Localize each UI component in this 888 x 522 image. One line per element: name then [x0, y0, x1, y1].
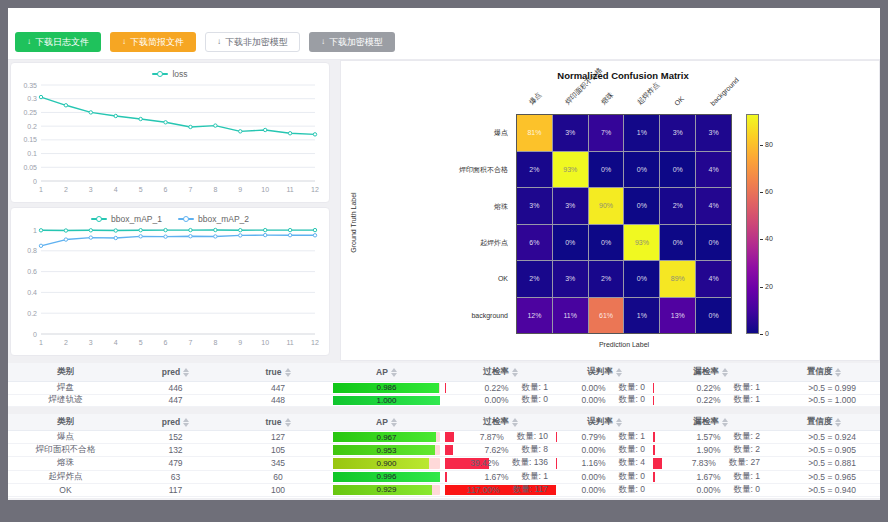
sort-descending-icon[interactable] — [285, 423, 291, 427]
rate-value: 0.00% — [581, 445, 605, 455]
header-label: AP — [376, 417, 388, 427]
colorbar-tick-label: 40 — [765, 235, 773, 242]
bbox_mAP_2-data-point — [214, 235, 217, 238]
sort-ascending-icon[interactable] — [183, 418, 189, 422]
sort-confidence-header[interactable]: 置信度 — [768, 363, 880, 381]
sort-ascending-icon[interactable] — [835, 418, 841, 422]
loss-data-point — [313, 133, 316, 136]
x-tick-label: 9 — [238, 186, 242, 193]
sort-ap-header[interactable]: AP — [328, 414, 445, 430]
x-tick-label: 10 — [261, 186, 269, 193]
sort-ascending-icon[interactable] — [835, 368, 841, 372]
header-label: 置信度 — [807, 366, 833, 378]
sort-ascending-icon[interactable] — [616, 368, 622, 372]
sort-descending-icon[interactable] — [391, 423, 397, 427]
sort-ascending-icon[interactable] — [391, 368, 397, 372]
bbox-map-2-legend-label: bbox_mAP_2 — [198, 214, 249, 224]
x-tick-label: 1 — [39, 186, 43, 193]
rate-value: 1.90% — [696, 445, 720, 455]
sort-ascending-icon[interactable] — [722, 418, 728, 422]
true-cell: 60 — [228, 471, 328, 483]
category-cell: 焊印面积不合格 — [8, 444, 123, 456]
sort-descending-icon[interactable] — [835, 373, 841, 377]
matrix-cell: 2% — [660, 188, 695, 224]
download-unencrypted-model-button[interactable]: ↓ 下载非加密模型 — [205, 32, 300, 52]
sort-over-rate-header[interactable]: 过检率 — [445, 363, 556, 381]
sort-descending-icon[interactable] — [722, 373, 728, 377]
sort-false-rate-header[interactable]: 误判率 — [556, 363, 653, 381]
sort-ascending-icon[interactable] — [285, 418, 291, 422]
sort-ascending-icon[interactable] — [285, 368, 291, 372]
sort-false-rate-header[interactable]: 误判率 — [556, 414, 653, 430]
confidence-cell: >0.5 = 0.999 — [768, 382, 880, 394]
x-tick-label: 4 — [114, 186, 118, 193]
sort-ascending-icon[interactable] — [391, 418, 397, 422]
over-rate-bar — [445, 432, 454, 442]
y-tick-label: 0.4 — [27, 289, 37, 296]
ap-cell: 0.929 — [328, 484, 445, 496]
rate-value: 0.22% — [696, 383, 720, 393]
colorbar-tick-label: 60 — [765, 188, 773, 195]
loss-data-point — [164, 121, 167, 124]
sort-ascending-icon[interactable] — [512, 418, 518, 422]
miss-rate-cell: 7.83%数量: 27 — [653, 457, 768, 469]
sort-descending-icon[interactable] — [616, 373, 622, 377]
sort-over-rate-header[interactable]: 过检率 — [445, 414, 556, 430]
matrix-cell: 4% — [696, 188, 731, 224]
y-tick-label: 0.35 — [23, 82, 37, 89]
sort-ascending-icon[interactable] — [616, 418, 622, 422]
download-brief-button[interactable]: ↓ 下载简报文件 — [110, 32, 196, 52]
sort-descending-icon[interactable] — [722, 423, 728, 427]
loss-chart-svg: 00.050.10.150.20.250.30.3512345678910111… — [11, 79, 327, 195]
header-label: true — [265, 417, 281, 427]
sort-descending-icon[interactable] — [512, 423, 518, 427]
legend-item-bbox-map-1[interactable]: bbox_mAP_1 — [91, 214, 162, 224]
sort-descending-icon[interactable] — [183, 373, 189, 377]
rate-count: 数量: 27 — [729, 457, 760, 469]
sort-ap-header[interactable]: AP — [328, 363, 445, 381]
x-tick-label: 6 — [164, 186, 168, 193]
sort-true-header[interactable]: true — [228, 414, 328, 430]
download-encrypted-model-button[interactable]: ↓ 下载加密模型 — [309, 32, 395, 52]
over-rate-cell: 117.00%数量: 117 — [445, 484, 556, 496]
miss-rate-cell: 0.22%数量: 1 — [653, 382, 768, 394]
bbox_mAP_1-data-point — [39, 229, 42, 232]
sort-pred-header[interactable]: pred — [123, 414, 228, 430]
over-rate-cell: 7.62%数量: 8 — [445, 444, 556, 456]
colorbar-tick-label: 80 — [765, 141, 773, 148]
sort-true-header[interactable]: true — [228, 363, 328, 381]
sort-pred-header[interactable]: pred — [123, 363, 228, 381]
rate-value: 117.00% — [467, 485, 500, 495]
sort-confidence-header[interactable]: 置信度 — [768, 414, 880, 430]
legend-item-bbox-map-2[interactable]: bbox_mAP_2 — [178, 214, 249, 224]
true-cell: 127 — [228, 431, 328, 443]
table-row: OK1171000.929117.00%数量: 1170.00%数量: 00.0… — [8, 484, 880, 497]
sort-miss-rate-header[interactable]: 漏检率 — [653, 363, 768, 381]
matrix-cell: 2% — [589, 261, 624, 297]
sort-ascending-icon[interactable] — [512, 368, 518, 372]
ap-cell: 1.000 — [328, 395, 445, 407]
bbox-map-2-legend-marker-icon — [178, 218, 194, 220]
sort-ascending-icon[interactable] — [183, 368, 189, 372]
ap-value: 0.996 — [333, 472, 440, 482]
sort-miss-rate-header[interactable]: 漏检率 — [653, 414, 768, 430]
rate-value: 7.62% — [484, 445, 508, 455]
sort-descending-icon[interactable] — [183, 423, 189, 427]
download-log-button[interactable]: ↓ 下载日志文件 — [15, 32, 101, 52]
legend-item-loss[interactable]: loss — [152, 69, 187, 79]
over-rate-cell: 1.67%数量: 1 — [445, 471, 556, 483]
x-tick-label: 12 — [311, 339, 319, 346]
sort-ascending-icon[interactable] — [722, 368, 728, 372]
sort-descending-icon[interactable] — [285, 373, 291, 377]
sort-descending-icon[interactable] — [835, 423, 841, 427]
sort-descending-icon[interactable] — [391, 373, 397, 377]
bbox_mAP_1-series-line — [41, 230, 315, 231]
matrix-cell: 2% — [517, 152, 552, 188]
ap-bar-track: 1.000 — [333, 396, 440, 406]
bbox_mAP_1-data-point — [164, 228, 167, 231]
sort-descending-icon[interactable] — [616, 423, 622, 427]
y-tick-label: 0.8 — [27, 247, 37, 254]
over-rate-cell: 0.22%数量: 1 — [445, 382, 556, 394]
rate-count: 数量: 10 — [517, 431, 548, 443]
sort-descending-icon[interactable] — [512, 373, 518, 377]
